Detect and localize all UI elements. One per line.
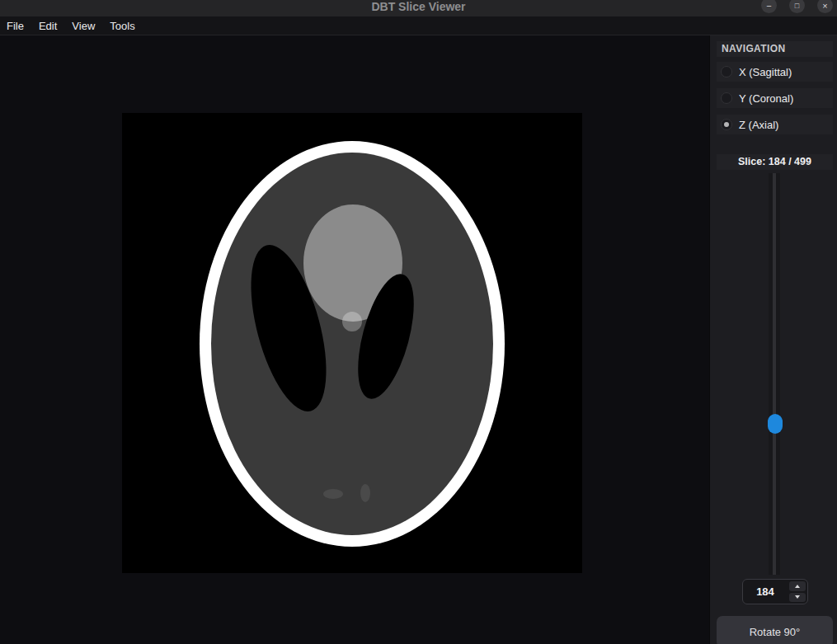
slice-slider-handle[interactable] <box>768 414 783 434</box>
menubar: File Edit View Tools <box>0 16 837 35</box>
titlebar: DBT Slice Viewer − □ × <box>0 0 837 16</box>
slice-slider-track[interactable] <box>769 173 780 575</box>
spinbox-buttons <box>788 580 807 604</box>
navigation-panel: NAVIGATION X (Sagittal) Y (Coronal) Z (A… <box>709 35 837 644</box>
menu-file[interactable]: File <box>0 16 31 35</box>
slice-counter-label: Slice: 184 / 499 <box>717 154 833 170</box>
axis-option-label: Z (Axial) <box>739 119 778 131</box>
phantom-graphic <box>122 113 582 573</box>
arrow-down-icon <box>795 595 800 599</box>
spin-up-button[interactable] <box>789 581 806 591</box>
menu-tools[interactable]: Tools <box>102 16 142 35</box>
rotate-90-button[interactable]: Rotate 90° <box>717 616 833 644</box>
navigation-header: NAVIGATION <box>717 41 833 57</box>
minimize-icon: − <box>766 1 771 11</box>
slice-spinbox <box>742 579 808 604</box>
axis-option-label: X (Sagittal) <box>739 66 792 78</box>
slice-image <box>122 113 582 573</box>
slider-groove <box>773 173 776 575</box>
close-icon: × <box>822 1 827 11</box>
menu-edit[interactable]: Edit <box>31 16 64 35</box>
slice-number-input[interactable] <box>743 580 788 604</box>
radio-selected-icon[interactable] <box>721 119 732 130</box>
maximize-icon: □ <box>795 2 799 10</box>
axis-option-x-sagittal[interactable]: X (Sagittal) <box>717 62 833 82</box>
viewer-area <box>0 36 709 644</box>
radio-unselected-icon[interactable] <box>721 92 732 104</box>
app-window: DBT Slice Viewer − □ × File Edit View To… <box>0 0 837 644</box>
axis-option-y-coronal[interactable]: Y (Coronal) <box>717 88 833 108</box>
arrow-up-icon <box>795 585 800 588</box>
radio-unselected-icon[interactable] <box>721 66 732 78</box>
window-title: DBT Slice Viewer <box>0 0 837 15</box>
menu-view[interactable]: View <box>64 16 102 35</box>
axis-option-z-axial[interactable]: Z (Axial) <box>717 115 833 134</box>
spin-down-button[interactable] <box>789 593 806 603</box>
axis-option-label: Y (Coronal) <box>739 92 793 105</box>
